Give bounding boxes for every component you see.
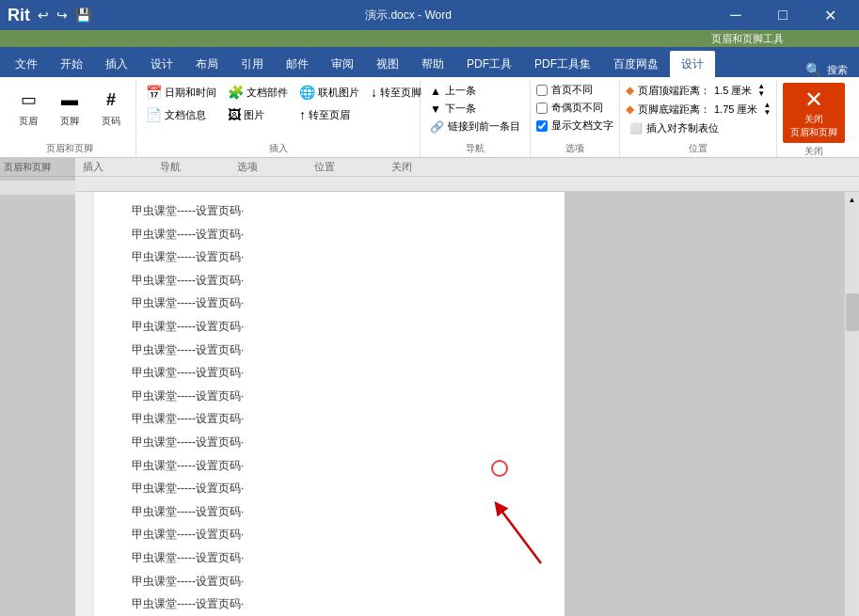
show-doc-text-checkbox[interactable] [536, 120, 548, 132]
odd-even-different-checkbox[interactable] [536, 103, 548, 114]
doc-info-icon: 📄 [146, 107, 162, 122]
close-header-footer-button[interactable]: ✕ 关闭 页眉和页脚 [783, 83, 845, 143]
group-insert-label: 插入 [142, 140, 414, 155]
header-distance-label: 页眉顶端距离： [638, 84, 710, 98]
doc-parts-icon: 🧩 [228, 85, 244, 100]
close-window-button[interactable]: ✕ [808, 0, 851, 30]
header-distance-down[interactable]: ▼ [757, 90, 765, 98]
search-icon[interactable]: 🔍 [805, 62, 821, 77]
left-group-label: 页眉和页脚 [4, 161, 51, 174]
bullet-icon: ◆ [626, 84, 634, 97]
search-label[interactable]: 搜索 [827, 63, 848, 77]
show-doc-text-label: 显示文档文字 [551, 118, 613, 133]
ribbon-group-nav-content: ▲ 上一条 ▼ 下一条 🔗 链接到前一条目 [426, 83, 524, 140]
page-number-button[interactable]: # 页码 [92, 83, 130, 130]
online-image-icon: 🌐 [299, 85, 315, 100]
page-wrapper: 甲虫课堂-----设置页码·甲虫课堂-----设置页码·甲虫课堂-----设置页… [75, 192, 859, 616]
first-page-different-row: 首页不同 [536, 83, 593, 97]
goto-header-icon: ↑ [299, 107, 306, 122]
link-prev-btn[interactable]: 🔗 链接到前一条目 [426, 118, 524, 134]
tab-mail[interactable]: 邮件 [275, 51, 320, 77]
tab-reference[interactable]: 引用 [230, 51, 275, 77]
window-title: 演示.docx - Word [103, 8, 714, 24]
link-prev-label: 链接到前一条目 [448, 119, 520, 134]
content-line: 甲虫课堂-----设置页码· [113, 269, 546, 292]
tab-pdf2[interactable]: PDF工具集 [523, 51, 602, 77]
tab-help[interactable]: 帮助 [410, 51, 455, 77]
doc-parts-button[interactable]: 🧩 文档部件 [224, 83, 292, 102]
doc-info-label: 文档信息 [165, 108, 206, 122]
tab-insert[interactable]: 插入 [94, 51, 139, 77]
tab-view[interactable]: 视图 [365, 51, 410, 77]
goto-footer-button[interactable]: ↓ 转至页脚 [367, 83, 425, 102]
group-header-footer-label: 页眉和页脚 [9, 140, 130, 155]
online-image-label: 联机图片 [318, 86, 359, 100]
content-line: 甲虫课堂-----设置页码· [113, 245, 546, 269]
content-line: 甲虫课堂-----设置页码· [113, 523, 546, 546]
footer-button[interactable]: ▬ 页脚 [51, 83, 88, 130]
ribbon-group-close-content: ✕ 关闭 页眉和页脚 [783, 83, 845, 143]
contextual-tab-label: 页眉和页脚工具 [0, 30, 859, 47]
footer-distance-value: 1.75 厘米 [714, 103, 757, 117]
ribbon-group-header-footer-content: ▭ 页眉 ▬ 页脚 # 页码 [9, 83, 130, 140]
odd-even-different-label: 奇偶页不同 [551, 101, 603, 115]
image-button[interactable]: 🖼 图片 [224, 105, 268, 124]
ribbon-group-options-content: 首页不同 奇偶页不同 显示文档文字 [536, 83, 613, 140]
content-line: 甲虫课堂-----设置页码· [113, 570, 546, 593]
content-line: 甲虫课堂-----设置页码· [113, 223, 546, 246]
undo-icon[interactable]: ↩ [38, 8, 49, 23]
next-btn[interactable]: ▼ 下一条 [426, 101, 480, 117]
tab-design[interactable]: 设计 [139, 51, 184, 77]
page-number-label: 页码 [102, 115, 120, 128]
annotation-arrow [489, 493, 546, 571]
content-line: 甲虫课堂-----设置页码· [113, 407, 546, 431]
tab-review[interactable]: 审阅 [320, 51, 365, 77]
first-page-different-checkbox[interactable] [536, 85, 548, 96]
doc-info-button[interactable]: 📄 文档信息 [142, 105, 210, 124]
group-nav-label: 导航 [426, 140, 524, 155]
tab-baidu[interactable]: 百度网盘 [602, 51, 670, 77]
left-ruler [0, 181, 75, 196]
footer-icon: ▬ [55, 85, 85, 115]
document-page[interactable]: 甲虫课堂-----设置页码·甲虫课堂-----设置页码·甲虫课堂-----设置页… [94, 192, 565, 616]
vertical-scrollbar[interactable]: ▲ ▼ [844, 192, 859, 616]
minimize-button[interactable]: ─ [714, 0, 757, 30]
document-wrapper: 插入 导航 选项 位置 关闭 甲虫课堂-----设置页码·甲虫课堂-----设置… [75, 158, 859, 616]
tab-pdf1[interactable]: PDF工具 [455, 51, 523, 77]
tab-layout[interactable]: 布局 [184, 51, 230, 77]
goto-header-button[interactable]: ↑ 转至页眉 [295, 105, 354, 124]
footer-distance-row: ◆ 页脚底端距离： 1.75 厘米 ▲ ▼ [626, 102, 771, 117]
autosave-icon[interactable]: 💾 [75, 8, 91, 23]
group-position-label: 位置 [626, 140, 771, 155]
datetime-button[interactable]: 📅 日期和时间 [142, 83, 220, 102]
up-arrow-icon: ▲ [430, 85, 441, 98]
scroll-up-button[interactable]: ▲ [845, 192, 860, 207]
odd-even-different-row: 奇偶页不同 [536, 101, 603, 115]
maximize-button[interactable]: □ [761, 0, 804, 30]
footer-distance-down[interactable]: ▼ [763, 109, 771, 117]
scroll-thumb[interactable] [846, 293, 859, 331]
prev-btn[interactable]: ▲ 上一条 [426, 83, 480, 99]
group-close-label: 关闭 [783, 143, 845, 158]
header-button[interactable]: ▭ 页眉 [9, 83, 47, 130]
align-tab-icon: ⬜ [629, 122, 643, 134]
glabel-nav: 导航 [160, 160, 181, 174]
online-image-button[interactable]: 🌐 联机图片 [295, 83, 363, 102]
ribbon-group-header-footer: ▭ 页眉 ▬ 页脚 # 页码 页眉和页脚 [4, 81, 136, 157]
ribbon: ▭ 页眉 ▬ 页脚 # 页码 页眉和页脚 📅 日期和时间 📄 文档信息 [0, 77, 859, 158]
contextual-label-text: 页眉和页脚工具 [711, 32, 784, 46]
goto-footer-icon: ↓ [371, 85, 377, 100]
content-line: 甲虫课堂-----设置页码· [113, 361, 546, 385]
prev-label: 上一条 [445, 84, 476, 98]
tab-header-design[interactable]: 设计 [670, 51, 715, 77]
content-line: 甲虫课堂-----设置页码· [113, 431, 546, 454]
insert-align-tab-btn[interactable]: ⬜ 插入对齐制表位 [626, 120, 723, 136]
tab-start[interactable]: 开始 [49, 51, 94, 77]
close-x-icon: ✕ [804, 87, 823, 113]
goto-footer-label: 转至页脚 [380, 86, 422, 100]
first-page-different-label: 首页不同 [551, 83, 593, 97]
annotation-circle [491, 460, 508, 477]
left-sidebar: 页眉和页脚 [0, 158, 75, 616]
redo-icon[interactable]: ↪ [56, 8, 68, 23]
tab-file[interactable]: 文件 [4, 51, 49, 77]
